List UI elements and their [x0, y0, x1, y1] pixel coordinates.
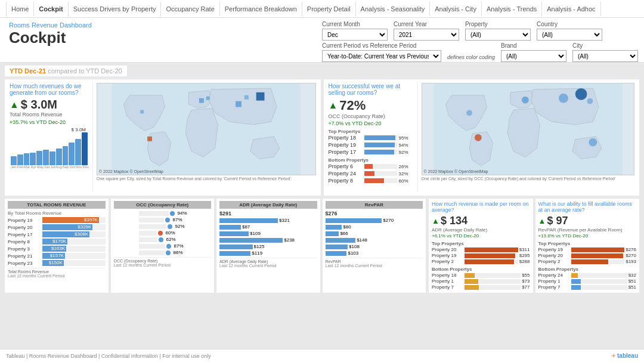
metrics-occ-title: OCC (Occupancy Rate)	[114, 201, 212, 209]
occ-top-prop-0: Property 18 95%	[329, 135, 414, 141]
app-container: Home Cockpit Success Drivers by Property…	[0, 0, 644, 362]
main-content: YTD Dec-21 compared to YTD Dec-20 How mu…	[0, 63, 644, 349]
revpar-change: +13.6% vs YTD Dec-20	[538, 233, 637, 239]
occupancy-panel: How successful were we at selling our ro…	[324, 79, 640, 196]
defines-label: defines color coding	[447, 54, 495, 62]
nav-item-adhoc[interactable]: Analysis - Adhoc	[542, 2, 600, 16]
metrics-revpar-footer: RevPAR Last 12 months Current Period	[326, 258, 423, 268]
svg-point-12	[587, 98, 593, 104]
adr-panel: How much revenue is made per room on ave…	[429, 199, 533, 293]
nav-item-trends[interactable]: Analysis - Trends	[482, 2, 542, 16]
property-filter: Property (All)	[465, 21, 531, 41]
revpar-label: RevPAR (Revenue per Available Room)	[538, 227, 637, 233]
metrics-occ-footer: OCC (Occupancy Rate) Last 12 months Curr…	[114, 257, 212, 267]
header-area: Rooms Revenue Dashboard Cockpit Current …	[0, 18, 644, 63]
metrics-revenue: TOTAL ROOMS REVENUE By Total Rooms Reven…	[5, 199, 109, 293]
revenue-panel: How much revenues do we generate from ou…	[5, 79, 321, 196]
occ-map-note: One circle per City, sized by OCC (Occup…	[422, 177, 635, 181]
occ-map: © 2022 Mapbox © OpenStreetMap	[422, 83, 635, 175]
adr-top-label: Top Propertys	[432, 241, 530, 246]
occ-top-label: Top Propertys	[329, 129, 414, 134]
revpar-top-0: Property 19 $276	[538, 247, 637, 252]
svg-point-14	[474, 134, 481, 141]
svg-rect-4	[244, 95, 249, 100]
svg-point-10	[559, 94, 568, 103]
nav-item-detail[interactable]: Property Detail	[302, 2, 356, 16]
svg-point-13	[466, 110, 472, 116]
rooms-revenue-label: Rooms Revenue Dashboard	[9, 21, 92, 29]
svg-point-9	[521, 97, 528, 104]
metrics-rev-row-6: Property 23 $150K	[8, 260, 106, 266]
occ-map-credit: © 2022 Mapbox © OpenStreetMap	[424, 169, 488, 174]
svg-rect-6	[147, 137, 152, 141]
occ-change: +7.0% vs YTD Dec-20	[329, 120, 414, 126]
current-month-filter: Current Month Dec	[322, 21, 388, 41]
nav-item-home[interactable]: Home	[6, 2, 34, 16]
current-year-select[interactable]: 2021	[394, 29, 459, 41]
period-select[interactable]: Year-to-Date: Current Year vs Previous Y…	[322, 50, 441, 62]
ytd-current: YTD Dec-21	[10, 67, 46, 75]
occ-top-prop-1: Property 19 94%	[329, 142, 414, 148]
metrics-rev-row-4: Property 3 $163K	[8, 246, 106, 252]
revpar-value: $ 97	[547, 215, 568, 227]
footer-text: Tableau | Rooms Revenue Dashboard | Conf…	[6, 353, 211, 359]
cockpit-title: Cockpit	[9, 30, 92, 45]
country-select[interactable]: (All)	[537, 29, 602, 41]
metrics-rev-row-1: Property 20 $329K	[8, 224, 106, 230]
occ-label: OCC (Occupancy Rate)	[329, 113, 414, 119]
revenue-map-credit: © 2022 Mapbox © OpenStreetMap	[99, 169, 163, 174]
occ-panel-title: How successful were we at selling our ro…	[329, 83, 414, 96]
adr-change: +6.1% vs YTD Dec-20	[432, 233, 530, 239]
adr-top-1: Property 19 $295	[432, 253, 530, 258]
adr-top-2: Property 2 $288	[432, 259, 530, 264]
svg-point-11	[575, 88, 587, 100]
tableau-logo: + tableau	[612, 352, 638, 359]
nav-item-success[interactable]: Success Drivers by Property	[69, 2, 162, 16]
brand-filter: Brand (All)	[501, 42, 566, 62]
ytd-bar: YTD Dec-21 compared to YTD Dec-20	[5, 66, 127, 76]
nav-item-cockpit[interactable]: Cockpit	[34, 2, 68, 16]
country-filter: Country (All)	[537, 21, 602, 41]
svg-rect-7	[140, 110, 144, 113]
svg-rect-1	[199, 98, 204, 103]
metrics-adr-footer: ADR (Average Daily Rate) Last 12 months …	[219, 258, 317, 268]
revpar-bottom-1: Property 1 $51	[538, 279, 637, 284]
adr-panel-title: How much revenue is made per room on ave…	[432, 201, 530, 213]
metrics-revpar-top: $276	[326, 211, 423, 216]
adr-value: $ 134	[441, 215, 467, 227]
current-month-select[interactable]: Dec	[322, 29, 388, 41]
occ-triangle: ▲	[329, 100, 338, 111]
metrics-adr: ADR (Average Daily Rate) $291 $321 $87 $…	[216, 199, 320, 293]
occ-bottom-prop-2: Property 8 60%	[329, 178, 414, 184]
adr-top-0: Property 20 $311	[432, 247, 530, 252]
nav-item-performance[interactable]: Performance Breakdown	[220, 2, 302, 16]
metrics-rev-subtitle: By Total Rooms Revenue	[8, 211, 106, 216]
adr-bottom-2: Property 7 $77	[432, 284, 530, 290]
city-filter: City (All)	[572, 42, 638, 62]
metrics-rev-footer: Total Rooms Revenue Last 12 months Curre…	[8, 268, 106, 278]
svg-rect-2	[206, 97, 210, 100]
adr-bottom-1: Property 1 $73	[432, 279, 530, 284]
nav-bar: Home Cockpit Success Drivers by Property…	[0, 0, 644, 18]
metrics-revpar-title: RevPAR	[326, 201, 423, 209]
occ-bottom-prop-1: Property 24 32%	[329, 171, 414, 177]
metrics-rev-row-3: Property 8 $170K	[8, 239, 106, 245]
metrics-revpar: RevPAR $276 $270 $80 $66	[323, 199, 426, 293]
revenue-map-note: One square per City, sized by Total Room…	[97, 177, 316, 181]
metrics-rev-row-5: Property 21 $157K	[8, 253, 106, 259]
metrics-rev-title: TOTAL ROOMS REVENUE	[8, 201, 106, 209]
revpar-top-1: Property 20 $270	[538, 253, 637, 258]
revpar-panel-title: What is our ability to fill available ro…	[538, 201, 637, 213]
city-select[interactable]: (All)	[572, 50, 638, 62]
property-select[interactable]: (All)	[465, 29, 531, 41]
revenue-change: +35.7% vs YTD Dec-20	[10, 119, 89, 125]
revpar-panel: What is our ability to fill available ro…	[535, 199, 640, 293]
revpar-bottom-2: Property 7 $51	[538, 284, 637, 290]
nav-item-seasonality[interactable]: Analysis - Seasonality	[356, 2, 431, 16]
occ-bottom-prop-0: Property 6 26%	[329, 163, 414, 169]
footer: Tableau | Rooms Revenue Dashboard | Conf…	[0, 349, 644, 362]
brand-select[interactable]: (All)	[501, 50, 566, 62]
occ-bottom-label: Bottom Propertys	[329, 157, 414, 163]
nav-item-occupancy[interactable]: Occupancy Rate	[161, 2, 219, 16]
nav-item-city[interactable]: Analysis - City	[430, 2, 482, 16]
